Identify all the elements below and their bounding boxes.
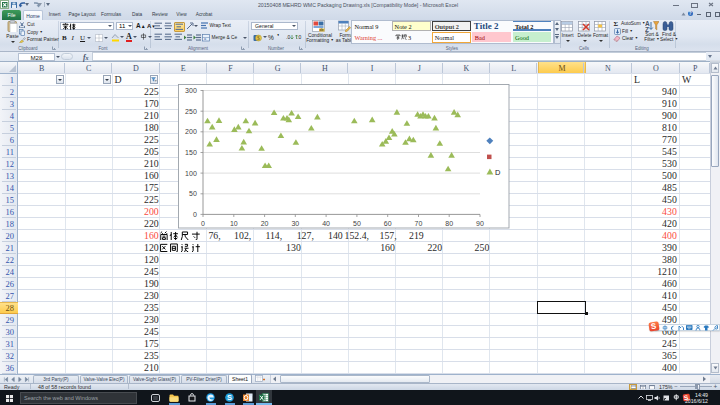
svg-text:D: D <box>495 168 501 177</box>
svg-text:50: 50 <box>189 190 197 197</box>
svg-text:300: 300 <box>185 87 197 94</box>
svg-text:100: 100 <box>185 170 197 177</box>
svg-text:200: 200 <box>185 128 197 135</box>
svg-text:40: 40 <box>322 220 330 227</box>
svg-text:db: db <box>320 28 324 32</box>
svg-text:10: 10 <box>230 220 238 227</box>
svg-text:S: S <box>227 393 232 402</box>
svg-text:90: 90 <box>476 220 484 227</box>
svg-text:30: 30 <box>291 220 299 227</box>
svg-text:250: 250 <box>185 108 197 115</box>
svg-text:50: 50 <box>353 220 361 227</box>
svg-text:0: 0 <box>193 211 197 218</box>
svg-text:.0: .0 <box>286 34 290 40</box>
svg-text:20: 20 <box>261 220 269 227</box>
svg-text:60: 60 <box>384 220 392 227</box>
svg-text:0: 0 <box>201 220 205 227</box>
svg-text:70: 70 <box>415 220 423 227</box>
svg-text:150: 150 <box>185 149 197 156</box>
svg-text:80: 80 <box>445 220 453 227</box>
svg-text:$: $ <box>257 35 260 41</box>
svg-text:.0: .0 <box>297 34 301 40</box>
